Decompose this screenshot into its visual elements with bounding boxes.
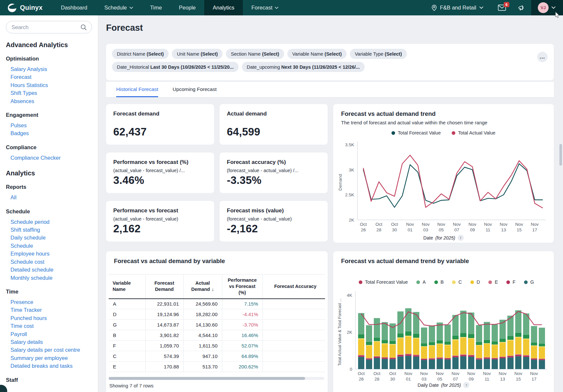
- sidebar-item-salary-analysis[interactable]: Salary Analysis: [10, 65, 92, 73]
- column-header-actual-demand[interactable]: Actual Demand↓: [183, 275, 222, 299]
- legend-item-c[interactable]: C: [452, 279, 462, 285]
- sidebar-item-shift-staffing[interactable]: Shift staffing: [10, 226, 92, 234]
- sidebar-item-employee-hours[interactable]: Employee hours: [10, 250, 92, 258]
- table-cell: 24,569.60: [183, 299, 222, 309]
- chip-value: (Select): [201, 51, 218, 57]
- user-chevron-down-icon: [551, 6, 556, 9]
- sidebar-item-time-tracker[interactable]: Time Tracker: [10, 306, 92, 314]
- avatar[interactable]: VJ: [538, 2, 549, 13]
- table-cell: 19,124.96: [145, 309, 183, 320]
- variable-table-scroll-area[interactable]: Variable NameForecast DemandActual Deman…: [109, 274, 325, 372]
- nav-item-forecast[interactable]: Forecast: [243, 0, 287, 15]
- filter-more-button[interactable]: ...: [537, 52, 548, 62]
- nav-item-time[interactable]: Time: [142, 0, 171, 15]
- filter-chip-unit-name[interactable]: Unit Name(Select): [172, 49, 223, 59]
- trend-sort-direction-button[interactable]: ↑: [458, 235, 464, 241]
- user-menu[interactable]: VJ: [531, 0, 563, 15]
- sidebar-item-salary-details[interactable]: Salary details: [10, 338, 92, 346]
- chip-label: Date_upcoming: [247, 64, 280, 70]
- filter-chip-section-name[interactable]: Section Name(Select): [226, 49, 284, 59]
- variable-table: Variable NameForecast DemandActual Deman…: [109, 274, 325, 372]
- svg-text:Nov: Nov: [406, 222, 414, 227]
- column-header-performance-vs-forecast-[interactable]: Performance vs Forecast (%): [222, 275, 263, 299]
- legend-item-g[interactable]: G: [524, 279, 534, 285]
- table-cell: 200.62%: [222, 362, 263, 372]
- sidebar-item-schedule-period[interactable]: Schedule period: [10, 218, 92, 226]
- filter-chip-variable-type[interactable]: Variable Type(Select): [350, 49, 407, 59]
- sidebar-search[interactable]: [6, 21, 92, 33]
- bars-chart-card: Forecast vs actual demand trend by varia…: [333, 251, 554, 392]
- sidebar-item-all[interactable]: All: [10, 193, 92, 201]
- messages-button[interactable]: 6: [492, 0, 512, 15]
- table-cell: E: [109, 362, 145, 372]
- sidebar-section-analytics: Analytics: [6, 169, 92, 177]
- tab-historical-forecast[interactable]: Historical Forecast: [116, 82, 158, 97]
- table-cell: [263, 309, 325, 320]
- legend-dot-icon: [416, 280, 420, 284]
- nav-item-label: Analytics: [213, 5, 234, 11]
- filter-chip-variable-name[interactable]: Variable Name(Select): [287, 49, 347, 59]
- legend-item-a[interactable]: A: [416, 279, 426, 285]
- legend-item-f[interactable]: F: [506, 279, 516, 285]
- sidebar-item-absences[interactable]: Absences: [10, 97, 92, 105]
- bars-sort-direction-button[interactable]: ↑: [463, 382, 469, 388]
- search-input[interactable]: [11, 24, 79, 30]
- svg-text:28: 28: [374, 377, 379, 382]
- sidebar-item-monthly-schedule[interactable]: Monthly schedule: [10, 274, 92, 282]
- column-header-forecast-demand[interactable]: Forecast Demand: [145, 275, 183, 299]
- sidebar-item-detailed-schedule[interactable]: Detailed schedule: [10, 266, 92, 274]
- legend-item-d[interactable]: D: [470, 279, 480, 285]
- kpi-card-actual-demand: Actual demand64,599: [220, 104, 328, 145]
- table-cell: 574.39: [145, 351, 183, 362]
- sidebar-item-daily-schedule[interactable]: Daily schedule: [10, 234, 92, 241]
- sidebar-item-schedule[interactable]: Schedule: [10, 242, 92, 250]
- sidebar-item-badges[interactable]: Badges: [10, 129, 92, 137]
- sidebar-item-detailed-breaks-and-tasks[interactable]: Detailed breaks and tasks: [10, 362, 92, 370]
- legend-dot-icon: [452, 131, 455, 135]
- sidebar-item-time-cost[interactable]: Time cost: [10, 322, 92, 330]
- nav-item-people[interactable]: People: [171, 0, 204, 15]
- filter-chip-date_upcoming[interactable]: Date_upcomingNext 30 Days (11/26/2025 < …: [242, 62, 365, 72]
- megaphone-icon: [518, 5, 525, 11]
- nav-item-schedule[interactable]: Schedule: [96, 0, 142, 15]
- floating-widget-corner[interactable]: [0, 385, 7, 392]
- filter-chip-date_historical[interactable]: Date_HistoricalLast 30 Days (10/26/2025 …: [112, 62, 239, 72]
- sidebar-item-salary-details-per-cost-centre[interactable]: Salary details per cost centre: [10, 346, 92, 354]
- quinyx-logo[interactable]: Quinyx: [0, 0, 52, 15]
- column-header-forecast-accuracy[interactable]: Forecast Accuracy: [263, 275, 325, 299]
- trend-chart-footer: Date (for 2025) ↑: [333, 235, 554, 241]
- messages-badge: 6: [504, 2, 509, 7]
- chip-value: Next 30 Days (11/26/2025 < 12/26/...: [281, 64, 360, 70]
- announcements-button[interactable]: [512, 0, 531, 15]
- sidebar-item-pulses[interactable]: Pulses: [10, 121, 92, 129]
- sidebar-item-summary-per-employee[interactable]: Summary per employee: [10, 354, 92, 362]
- legend-item-total-forecast-value[interactable]: Total Forecast Value: [391, 130, 441, 135]
- filter-chip-district-name[interactable]: District Name(Select): [112, 49, 169, 59]
- table-row: B3,901.824,544.1016.46%: [109, 330, 325, 341]
- sidebar-item-forecast[interactable]: Forecast: [10, 73, 92, 81]
- nav-item-dashboard[interactable]: Dashboard: [52, 0, 96, 15]
- column-header-variable-name[interactable]: Variable Name: [109, 275, 145, 299]
- nav-item-analytics[interactable]: Analytics: [204, 0, 243, 15]
- table-horizontal-scrollbar[interactable]: [109, 377, 324, 380]
- sidebar-item-schedule-cost[interactable]: Schedule cost: [10, 258, 92, 266]
- sidebar-item-presence[interactable]: Presence: [10, 298, 92, 306]
- table-scrollbar-thumb[interactable]: [109, 377, 305, 380]
- legend-item-e[interactable]: E: [488, 279, 498, 285]
- page-title: Forecast: [106, 23, 143, 33]
- window-scrollbar-thumb[interactable]: [559, 144, 562, 166]
- legend-item-total-forecast-value[interactable]: Total Forecast Value: [359, 279, 408, 285]
- sidebar-item-hours-statistics[interactable]: Hours Statistics: [10, 81, 92, 89]
- sidebar-item-payroll[interactable]: Payroll: [10, 330, 92, 338]
- legend-label: Total Forecast Value: [365, 279, 408, 285]
- sidebar-item-punched-hours[interactable]: Punched hours: [10, 314, 92, 322]
- location-selector[interactable]: F&B and Retail: [423, 0, 492, 15]
- legend-item-b[interactable]: B: [434, 279, 444, 285]
- sidebar-item-shift-types[interactable]: Shift Types: [10, 89, 92, 97]
- legend-item-total-actual-value[interactable]: Total Actual Value: [452, 130, 495, 135]
- nav-item-label: Schedule: [104, 5, 127, 11]
- chevron-down-icon: [129, 7, 133, 9]
- search-icon[interactable]: [80, 24, 87, 31]
- tab-upcoming-forecast[interactable]: Upcoming Forecast: [173, 82, 216, 97]
- sidebar-item-compliance-checker[interactable]: Compliance Checker: [10, 154, 92, 162]
